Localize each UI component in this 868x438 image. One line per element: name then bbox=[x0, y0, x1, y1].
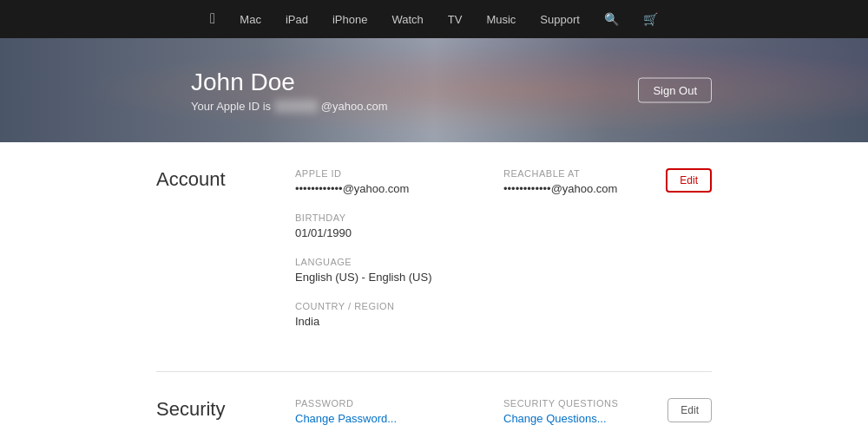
account-section: Account APPLE ID ••••••••••••@yahoo.com … bbox=[156, 142, 712, 372]
main-content: Account APPLE ID ••••••••••••@yahoo.com … bbox=[0, 142, 868, 438]
country-label: COUNTRY / REGION bbox=[295, 301, 503, 311]
reachable-at-label: REACHABLE AT bbox=[503, 168, 617, 179]
security-questions-field: SECURITY QUESTIONS Change Questions... E… bbox=[503, 398, 712, 425]
navigation-bar:  Mac iPad iPhone Watch TV Music Support… bbox=[0, 0, 868, 38]
user-full-name: John Doe bbox=[191, 69, 388, 96]
password-field: PASSWORD Change Password... bbox=[295, 398, 503, 425]
apple-logo-icon:  bbox=[210, 10, 215, 28]
nav-mac[interactable]: Mac bbox=[240, 13, 261, 26]
hero-user-info: John Doe Your Apple ID is @yahoo.com bbox=[191, 69, 388, 113]
birthday-label: BIRTHDAY bbox=[295, 212, 503, 223]
search-icon[interactable]: 🔍 bbox=[604, 12, 619, 26]
apple-id-field: APPLE ID ••••••••••••@yahoo.com bbox=[295, 168, 503, 195]
security-section: Security PASSWORD Change Password... SEC… bbox=[156, 372, 712, 438]
security-section-body: PASSWORD Change Password... SECURITY QUE… bbox=[295, 398, 712, 438]
security-section-title: Security bbox=[156, 398, 295, 421]
hero-email-blurred bbox=[274, 100, 319, 113]
change-password-link[interactable]: Change Password... bbox=[295, 412, 397, 425]
nav-watch[interactable]: Watch bbox=[391, 13, 423, 26]
language-value: English (US) - English (US) bbox=[295, 271, 503, 284]
placeholder-field2 bbox=[503, 257, 712, 284]
birthday-value: 01/01/1990 bbox=[295, 226, 503, 239]
hero-banner: John Doe Your Apple ID is @yahoo.com Sig… bbox=[0, 38, 868, 142]
password-label: PASSWORD bbox=[295, 398, 503, 409]
placeholder-field bbox=[503, 212, 712, 239]
account-section-title: Account bbox=[156, 168, 295, 191]
nav-iphone[interactable]: iPhone bbox=[332, 13, 367, 26]
account-section-body: APPLE ID ••••••••••••@yahoo.com REACHABL… bbox=[295, 168, 712, 345]
security-questions-label: SECURITY QUESTIONS bbox=[503, 398, 618, 409]
birthday-field: BIRTHDAY 01/01/1990 bbox=[295, 212, 503, 239]
apple-id-blurred: •••••••••••• bbox=[295, 182, 343, 195]
hero-apple-id: Your Apple ID is @yahoo.com bbox=[191, 100, 388, 113]
nav-music[interactable]: Music bbox=[486, 13, 516, 26]
nav-tv[interactable]: TV bbox=[448, 13, 463, 26]
reachable-at-value: ••••••••••••@yahoo.com bbox=[503, 182, 617, 195]
change-questions-link-wrapper: Change Questions... bbox=[503, 412, 618, 425]
country-value: India bbox=[295, 315, 503, 328]
apple-id-value: ••••••••••••@yahoo.com bbox=[295, 182, 503, 195]
reachable-blurred: •••••••••••• bbox=[503, 182, 551, 195]
nav-ipad[interactable]: iPad bbox=[286, 13, 308, 26]
language-field: LANGUAGE English (US) - English (US) bbox=[295, 257, 503, 284]
account-edit-button[interactable]: Edit bbox=[666, 168, 712, 193]
country-field: COUNTRY / REGION India bbox=[295, 301, 503, 328]
change-questions-link[interactable]: Change Questions... bbox=[503, 412, 607, 425]
language-label: LANGUAGE bbox=[295, 257, 503, 267]
change-password-link-wrapper: Change Password... bbox=[295, 412, 503, 425]
bag-icon[interactable]: 🛒 bbox=[643, 12, 658, 26]
hero-email-suffix: @yahoo.com bbox=[321, 100, 388, 113]
apple-id-label: APPLE ID bbox=[295, 168, 503, 179]
hero-email-label: Your Apple ID is bbox=[191, 100, 271, 113]
security-edit-button[interactable]: Edit bbox=[667, 398, 712, 422]
nav-support[interactable]: Support bbox=[540, 13, 580, 26]
reachable-at-field: REACHABLE AT ••••••••••••@yahoo.com Edit bbox=[503, 168, 712, 195]
sign-out-button[interactable]: Sign Out bbox=[638, 78, 712, 103]
